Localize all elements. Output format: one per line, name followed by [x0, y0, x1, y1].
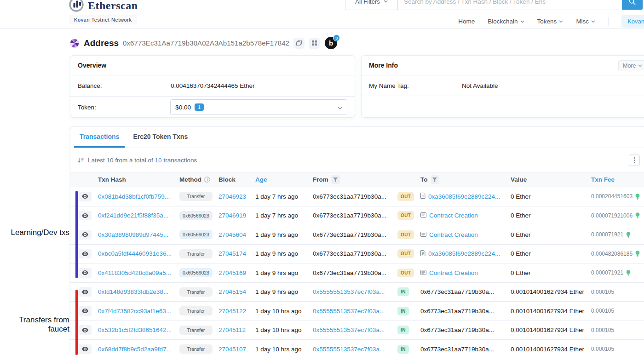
txn-fee-cell: 0.000482086185	[591, 251, 644, 257]
overview-card: Overview Balance: 0.004163707342444465 E…	[70, 55, 355, 118]
apps-grid-icon	[312, 40, 317, 46]
value-text: 0 Ether	[511, 250, 531, 257]
overview-title: Overview	[78, 62, 106, 69]
name-tag-label: My Name Tag:	[369, 82, 462, 89]
block-link[interactable]: 27045169	[218, 269, 246, 276]
block-link[interactable]: 27045604	[218, 231, 246, 238]
balance-label: Balance:	[78, 82, 171, 89]
to-address[interactable]: 0xa36085f69e2889c224...	[428, 250, 500, 257]
txn-hash-link[interactable]: 0x081b4d38bf1cf0fb759...	[98, 193, 170, 200]
txn-hash-link[interactable]: 0x68dd7f8b9c5d2aa9fd7...	[98, 346, 172, 353]
tab-erc20-token-txns[interactable]: Erc20 Token Txns	[127, 133, 193, 148]
txn-hash-cell: 0xfd148d93833fdb2e38...	[98, 288, 179, 295]
block-link[interactable]: 27045122	[218, 308, 246, 315]
txn-hash-link[interactable]: 0x4118305d428c8a09a5...	[98, 269, 171, 276]
network-switch-button[interactable]: Kovan	[621, 15, 644, 28]
preview-eye-button[interactable]	[79, 325, 92, 335]
eye-cell	[79, 211, 98, 220]
txn-hash-link[interactable]: 0x7f4d73582cc93af1e63...	[98, 308, 171, 315]
preview-eye-button[interactable]	[79, 249, 92, 258]
search-filter-dropdown[interactable]: All Filters	[345, 0, 398, 10]
chat-count-badge: 3	[333, 34, 340, 41]
more-info-card-header: More Info	[362, 56, 644, 75]
column-txn-fee[interactable]: Txn Fee	[591, 176, 644, 183]
to-address: 0x6773ec31aa7719b30a...	[420, 288, 494, 295]
block-link[interactable]: 27045107	[218, 346, 246, 353]
transaction-count-link[interactable]: 10	[155, 157, 162, 164]
value-cell: 0.001014001627934 Ether	[511, 288, 591, 295]
preview-eye-button[interactable]	[79, 230, 92, 240]
to-address[interactable]: Contract Creation	[429, 231, 478, 238]
preview-eye-button[interactable]	[79, 306, 92, 316]
search-input[interactable]	[398, 0, 622, 10]
network-badge: Kovan Testnet Network	[69, 15, 137, 24]
preview-eye-button[interactable]	[79, 268, 92, 278]
column-age[interactable]: Age	[255, 176, 313, 183]
blockscan-chat-button[interactable]: b 3	[325, 37, 337, 49]
token-count-badge: 1	[195, 103, 204, 111]
block-link[interactable]: 27045174	[218, 250, 246, 257]
tab-transactions[interactable]: Transactions	[74, 133, 125, 148]
to-filter-button[interactable]	[431, 175, 439, 184]
txn-hash-link[interactable]: 0xf241dd9e21f5f88f35a...	[98, 212, 168, 219]
age-text: 1 day 9 hrs ago	[255, 269, 298, 276]
block-link[interactable]: 27046923	[218, 193, 246, 200]
from-address[interactable]: 0x55555513537ec7f03a...	[313, 326, 385, 333]
table-options-button[interactable]	[629, 155, 640, 166]
from-address[interactable]: 0x55555513537ec7f03a...	[313, 346, 385, 353]
to-address[interactable]: Contract Creation	[429, 269, 478, 276]
info-icon[interactable]	[204, 177, 210, 183]
preview-eye-button[interactable]	[79, 344, 92, 354]
more-dropdown-button[interactable]: More	[618, 60, 644, 71]
table-row: 0x7f4d73582cc93af1e63...Transfer27045122…	[70, 302, 644, 321]
nav-blockchain[interactable]: Blockchain	[488, 18, 524, 25]
to-cell: 0x6773ec31aa7719b30a...	[420, 346, 511, 353]
eye-cell	[79, 325, 98, 335]
overview-card-header: Overview	[70, 56, 355, 75]
txn-hash-cell: 0xbc0a5fdf44460931e36...	[98, 250, 179, 257]
nav-misc[interactable]: Misc	[576, 18, 595, 25]
preview-eye-button[interactable]	[79, 287, 92, 297]
txn-hash-link[interactable]: 0x532b1c5f2fd38651642...	[98, 326, 172, 333]
to-address[interactable]: Contract Creation	[429, 212, 478, 219]
etherscan-logo[interactable]: Etherscan	[69, 0, 138, 14]
method-badge: 0x60566023	[179, 211, 213, 220]
method-cell: Transfer	[179, 344, 218, 354]
value-cell: 0.001014001627934 Ether	[511, 308, 591, 315]
chevron-down-icon	[638, 64, 642, 67]
eye-icon	[82, 328, 88, 332]
from-cell: 0x6773ec31aa7719b30a...	[313, 193, 397, 200]
txn-hash-link[interactable]: 0xbc0a5fdf44460931e36...	[98, 250, 172, 257]
address-value: 0x6773Ec31Aa7719b30A02A3Ab151a2b578eF178…	[123, 39, 289, 47]
block-cell: 27046919	[218, 212, 255, 219]
from-address[interactable]: 0x55555513537ec7f03a...	[313, 288, 385, 295]
to-address[interactable]: 0xa36085f69e2889c224...	[428, 193, 500, 200]
block-link[interactable]: 27045112	[218, 326, 246, 333]
contract-icon	[420, 269, 426, 276]
txn-hash-cell: 0x7f4d73582cc93af1e63...	[98, 308, 179, 315]
preview-eye-button[interactable]	[79, 192, 92, 201]
from-cell: 0x6773ec31aa7719b30a...	[313, 231, 397, 238]
nav-tokens[interactable]: Tokens	[537, 18, 564, 25]
sort-icon	[78, 157, 84, 163]
value-text: 0 Ether	[511, 212, 531, 219]
to-cell: 0x6773ec31aa7719b30a...	[420, 326, 511, 333]
nav-home[interactable]: Home	[458, 18, 475, 25]
txn-hash-link[interactable]: 0xfd148d93833fdb2e38...	[98, 288, 168, 295]
txn-hash-link[interactable]: 0x30a38980989d97445...	[98, 231, 168, 238]
txn-hash-cell: 0xf241dd9e21f5f88f35a...	[98, 212, 179, 219]
token-dropdown[interactable]: $0.00 1	[170, 99, 347, 115]
copy-address-button[interactable]	[293, 38, 305, 49]
block-link[interactable]: 27045154	[218, 288, 246, 295]
block-link[interactable]: 27046919	[218, 212, 246, 219]
preview-eye-button[interactable]	[79, 211, 92, 220]
age-cell: 1 day 7 hrs ago	[255, 193, 313, 200]
from-filter-button[interactable]	[331, 175, 340, 184]
from-address[interactable]: 0x55555513537ec7f03a...	[313, 308, 385, 315]
to-address: 0x6773ec31aa7719b30a...	[420, 346, 494, 353]
search-button[interactable]	[622, 0, 643, 10]
direction-cell: IN	[397, 287, 420, 296]
apps-grid-button[interactable]	[309, 38, 320, 49]
age-cell: 1 day 7 hrs ago	[255, 212, 313, 219]
more-info-title: More Info	[369, 62, 398, 69]
